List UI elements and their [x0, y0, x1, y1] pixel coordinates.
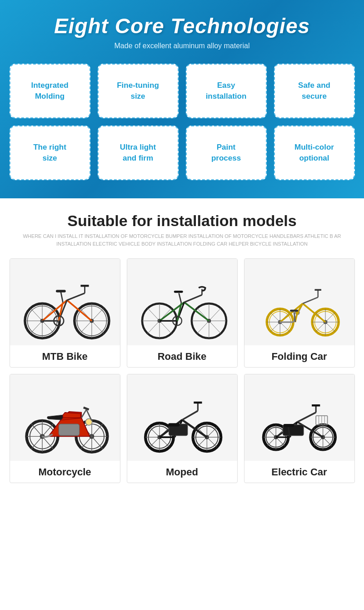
tech-card-label: Multi-coloroptional	[294, 142, 334, 164]
tech-card-easy-installation: Easyinstallation	[186, 64, 267, 118]
svg-line-89	[81, 409, 86, 418]
tech-card-label: Ultra lightand firm	[120, 142, 156, 164]
tech-card-label: Easyinstallation	[206, 80, 247, 102]
model-label-folding: Folding Car	[244, 345, 354, 367]
svg-line-19	[60, 292, 63, 302]
svg-line-114	[182, 411, 197, 420]
section-title: Suitable for installation models	[9, 212, 355, 230]
main-title: Eight Core Technologies	[9, 14, 355, 38]
model-label-mtb: MTB Bike	[10, 345, 120, 367]
tech-card-multicolor: Multi-coloroptional	[274, 126, 355, 180]
svg-line-63	[303, 303, 325, 322]
model-image-mtb	[10, 259, 120, 345]
tech-card-label: Safe andsecure	[298, 80, 330, 102]
model-image-motorcycle	[10, 374, 120, 461]
tech-card-label: Paintprocess	[211, 142, 241, 164]
road-bike-illustration	[133, 263, 232, 341]
folding-car-illustration	[250, 263, 349, 341]
model-card-mtb: MTB Bike	[10, 258, 120, 368]
model-image-moped	[127, 374, 237, 461]
model-label-electric: Electric Car	[244, 461, 354, 483]
mtb-bike-illustration	[15, 263, 115, 341]
svg-rect-44	[174, 291, 183, 293]
section-subtitle: WHERE CAN I INSTALL IT INSTALLATION OF M…	[9, 232, 355, 247]
tech-card-right-size: The rightsize	[10, 126, 90, 180]
tech-card-safe-secure: Safe andsecure	[274, 64, 355, 118]
model-card-electric: Electric Car	[244, 374, 355, 483]
svg-rect-70	[290, 309, 298, 312]
electric-car-illustration	[250, 379, 349, 457]
model-image-road	[127, 259, 237, 345]
models-grid: MTB Bike	[10, 258, 355, 483]
tech-card-fine-tuning: Fine-tuningsize	[98, 64, 179, 118]
svg-rect-141	[283, 424, 294, 427]
tech-card-paint: Paintprocess	[186, 126, 267, 180]
tech-card-label: IntegratedMolding	[31, 80, 68, 102]
svg-line-45	[184, 295, 202, 302]
svg-line-21	[67, 293, 85, 300]
svg-line-142	[297, 412, 316, 422]
svg-rect-88	[59, 424, 79, 435]
model-label-motorcycle: Motorcycle	[10, 461, 120, 483]
tech-card-label: Fine-tuningsize	[117, 80, 159, 102]
svg-rect-113	[168, 423, 180, 426]
top-section: Eight Core Technologies Made of excellen…	[0, 0, 364, 198]
svg-line-90	[83, 407, 89, 409]
model-card-road: Road Bike	[127, 258, 238, 368]
model-image-folding	[244, 259, 354, 345]
svg-line-43	[179, 293, 181, 303]
model-card-folding: Folding Car	[244, 258, 355, 368]
tech-grid: IntegratedMolding Fine-tuningsize Easyin…	[10, 64, 355, 180]
model-label-road: Road Bike	[127, 345, 237, 367]
svg-line-71	[303, 297, 318, 303]
model-label-moped: Moped	[127, 461, 237, 483]
model-card-moped: Moped	[127, 374, 238, 483]
model-image-electric	[244, 374, 354, 461]
svg-line-39	[184, 302, 209, 321]
model-card-motorcycle: Motorcycle	[10, 374, 120, 483]
bottom-section: Suitable for installation models WHERE C…	[0, 198, 364, 501]
motorcycle-illustration	[15, 379, 115, 457]
tech-card-integrated-molding: IntegratedMolding	[10, 64, 90, 118]
moped-illustration	[133, 379, 232, 457]
svg-rect-20	[56, 290, 66, 292]
main-subtitle: Made of excellent aluminum alloy materia…	[9, 42, 355, 50]
tech-card-ultra-light: Ultra lightand firm	[98, 126, 179, 180]
tech-card-label: The rightsize	[33, 142, 66, 164]
